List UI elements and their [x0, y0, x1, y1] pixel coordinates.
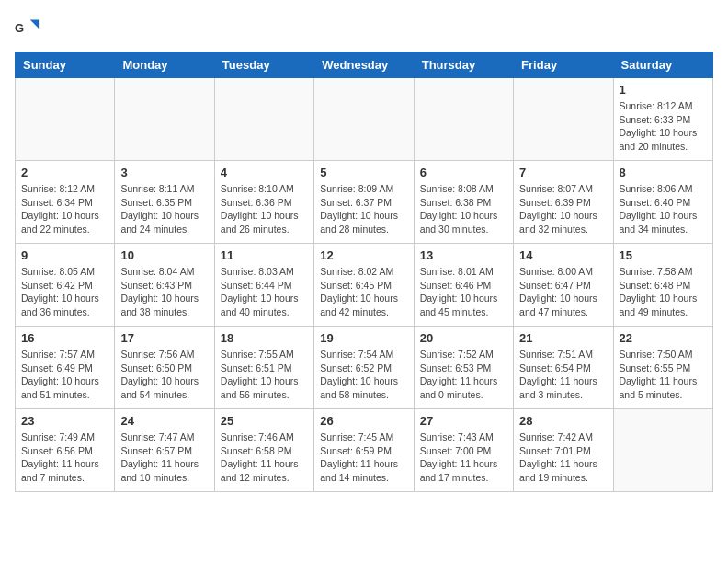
weekday-header: Thursday	[414, 52, 513, 78]
day-info: Sunrise: 7:56 AM Sunset: 6:50 PM Dayligh…	[120, 348, 208, 402]
day-number: 7	[519, 166, 607, 179]
weekday-header: Monday	[115, 52, 214, 78]
day-number: 15	[620, 248, 707, 262]
calendar-cell: 18Sunrise: 7:55 AM Sunset: 6:51 PM Dayli…	[214, 327, 313, 409]
calendar-cell	[613, 409, 712, 492]
calendar-cell: 10Sunrise: 8:04 AM Sunset: 6:43 PM Dayli…	[115, 244, 214, 327]
day-number: 6	[420, 166, 507, 179]
calendar-cell: 19Sunrise: 7:54 AM Sunset: 6:52 PM Dayli…	[314, 327, 414, 409]
calendar-cell: 26Sunrise: 7:45 AM Sunset: 6:59 PM Dayli…	[314, 409, 414, 492]
day-number: 14	[519, 248, 607, 262]
calendar-cell: 9Sunrise: 8:05 AM Sunset: 6:42 PM Daylig…	[16, 244, 115, 327]
weekday-header-row: SundayMondayTuesdayWednesdayThursdayFrid…	[16, 52, 713, 78]
day-number: 10	[120, 248, 208, 262]
weekday-header: Tuesday	[214, 52, 313, 78]
week-row: 23Sunrise: 7:49 AM Sunset: 6:56 PM Dayli…	[16, 409, 713, 492]
day-number: 5	[320, 166, 407, 179]
week-row: 1Sunrise: 8:12 AM Sunset: 6:33 PM Daylig…	[16, 78, 713, 161]
day-info: Sunrise: 7:50 AM Sunset: 6:55 PM Dayligh…	[620, 348, 707, 402]
day-info: Sunrise: 8:09 AM Sunset: 6:37 PM Dayligh…	[320, 182, 407, 236]
svg-marker-1	[30, 20, 39, 29]
week-row: 9Sunrise: 8:05 AM Sunset: 6:42 PM Daylig…	[16, 244, 713, 327]
day-info: Sunrise: 8:10 AM Sunset: 6:36 PM Dayligh…	[221, 182, 308, 236]
week-row: 16Sunrise: 7:57 AM Sunset: 6:49 PM Dayli…	[16, 327, 713, 409]
calendar-cell: 15Sunrise: 7:58 AM Sunset: 6:48 PM Dayli…	[613, 244, 712, 327]
day-number: 8	[620, 166, 707, 179]
day-number: 27	[420, 414, 507, 428]
day-info: Sunrise: 8:05 AM Sunset: 6:42 PM Dayligh…	[21, 265, 108, 319]
day-number: 18	[221, 331, 308, 345]
day-info: Sunrise: 8:12 AM Sunset: 6:33 PM Dayligh…	[620, 99, 707, 154]
calendar-cell: 20Sunrise: 7:52 AM Sunset: 6:53 PM Dayli…	[414, 327, 513, 409]
day-info: Sunrise: 8:00 AM Sunset: 6:47 PM Dayligh…	[519, 265, 607, 319]
calendar-cell: 21Sunrise: 7:51 AM Sunset: 6:54 PM Dayli…	[514, 327, 613, 409]
calendar-cell	[314, 78, 414, 161]
day-number: 19	[320, 331, 407, 345]
day-number: 26	[320, 414, 407, 428]
calendar-cell	[214, 78, 313, 161]
day-number: 22	[620, 331, 707, 345]
day-info: Sunrise: 8:02 AM Sunset: 6:45 PM Dayligh…	[320, 265, 407, 319]
day-info: Sunrise: 7:45 AM Sunset: 6:59 PM Dayligh…	[320, 431, 407, 485]
calendar-cell	[115, 78, 214, 161]
svg-text:G: G	[15, 21, 24, 35]
calendar-cell: 16Sunrise: 7:57 AM Sunset: 6:49 PM Dayli…	[16, 327, 115, 409]
day-info: Sunrise: 7:52 AM Sunset: 6:53 PM Dayligh…	[420, 348, 507, 402]
day-number: 23	[21, 414, 108, 428]
day-info: Sunrise: 8:03 AM Sunset: 6:44 PM Dayligh…	[221, 265, 308, 319]
logo: G	[15, 15, 44, 40]
day-info: Sunrise: 8:12 AM Sunset: 6:34 PM Dayligh…	[21, 182, 108, 236]
calendar-cell: 12Sunrise: 8:02 AM Sunset: 6:45 PM Dayli…	[314, 244, 414, 327]
day-number: 2	[21, 166, 108, 179]
day-number: 21	[519, 331, 607, 345]
calendar-cell: 6Sunrise: 8:08 AM Sunset: 6:38 PM Daylig…	[414, 161, 513, 244]
day-info: Sunrise: 7:58 AM Sunset: 6:48 PM Dayligh…	[620, 265, 707, 319]
calendar-cell: 4Sunrise: 8:10 AM Sunset: 6:36 PM Daylig…	[214, 161, 313, 244]
calendar-cell: 22Sunrise: 7:50 AM Sunset: 6:55 PM Dayli…	[613, 327, 712, 409]
day-info: Sunrise: 7:47 AM Sunset: 6:57 PM Dayligh…	[120, 431, 208, 485]
day-number: 25	[221, 414, 308, 428]
day-number: 3	[120, 166, 208, 179]
day-number: 28	[519, 414, 607, 428]
calendar-cell: 5Sunrise: 8:09 AM Sunset: 6:37 PM Daylig…	[314, 161, 414, 244]
calendar-cell: 7Sunrise: 8:07 AM Sunset: 6:39 PM Daylig…	[514, 161, 613, 244]
weekday-header: Wednesday	[314, 52, 414, 78]
calendar-cell: 11Sunrise: 8:03 AM Sunset: 6:44 PM Dayli…	[214, 244, 313, 327]
day-info: Sunrise: 7:51 AM Sunset: 6:54 PM Dayligh…	[519, 348, 607, 402]
day-info: Sunrise: 7:49 AM Sunset: 6:56 PM Dayligh…	[21, 431, 108, 485]
day-number: 9	[21, 248, 108, 262]
calendar-cell: 14Sunrise: 8:00 AM Sunset: 6:47 PM Dayli…	[514, 244, 613, 327]
day-info: Sunrise: 7:54 AM Sunset: 6:52 PM Dayligh…	[320, 348, 407, 402]
calendar-cell: 23Sunrise: 7:49 AM Sunset: 6:56 PM Dayli…	[16, 409, 115, 492]
weekday-header: Sunday	[16, 52, 115, 78]
day-info: Sunrise: 8:06 AM Sunset: 6:40 PM Dayligh…	[620, 182, 707, 236]
day-number: 24	[120, 414, 208, 428]
day-number: 4	[221, 166, 308, 179]
calendar-cell: 17Sunrise: 7:56 AM Sunset: 6:50 PM Dayli…	[115, 327, 214, 409]
weekday-header: Saturday	[613, 52, 712, 78]
day-info: Sunrise: 8:01 AM Sunset: 6:46 PM Dayligh…	[420, 265, 507, 319]
day-number: 17	[120, 331, 208, 345]
day-info: Sunrise: 8:08 AM Sunset: 6:38 PM Dayligh…	[420, 182, 507, 236]
day-info: Sunrise: 7:57 AM Sunset: 6:49 PM Dayligh…	[21, 348, 108, 402]
calendar-cell: 13Sunrise: 8:01 AM Sunset: 6:46 PM Dayli…	[414, 244, 513, 327]
calendar-cell: 8Sunrise: 8:06 AM Sunset: 6:40 PM Daylig…	[613, 161, 712, 244]
day-number: 11	[221, 248, 308, 262]
calendar-cell	[16, 78, 115, 161]
calendar-cell: 1Sunrise: 8:12 AM Sunset: 6:33 PM Daylig…	[613, 78, 712, 161]
calendar-cell: 24Sunrise: 7:47 AM Sunset: 6:57 PM Dayli…	[115, 409, 214, 492]
weekday-header: Friday	[514, 52, 613, 78]
logo-icon: G	[15, 15, 40, 40]
calendar-cell	[414, 78, 513, 161]
calendar-cell: 28Sunrise: 7:42 AM Sunset: 7:01 PM Dayli…	[514, 409, 613, 492]
day-info: Sunrise: 8:04 AM Sunset: 6:43 PM Dayligh…	[120, 265, 208, 319]
calendar-cell: 27Sunrise: 7:43 AM Sunset: 7:00 PM Dayli…	[414, 409, 513, 492]
day-number: 12	[320, 248, 407, 262]
day-number: 20	[420, 331, 507, 345]
page-header: G	[15, 15, 713, 40]
day-info: Sunrise: 8:11 AM Sunset: 6:35 PM Dayligh…	[120, 182, 208, 236]
day-info: Sunrise: 7:42 AM Sunset: 7:01 PM Dayligh…	[519, 431, 607, 485]
day-info: Sunrise: 7:55 AM Sunset: 6:51 PM Dayligh…	[221, 348, 308, 402]
day-number: 16	[21, 331, 108, 345]
calendar-cell: 25Sunrise: 7:46 AM Sunset: 6:58 PM Dayli…	[214, 409, 313, 492]
